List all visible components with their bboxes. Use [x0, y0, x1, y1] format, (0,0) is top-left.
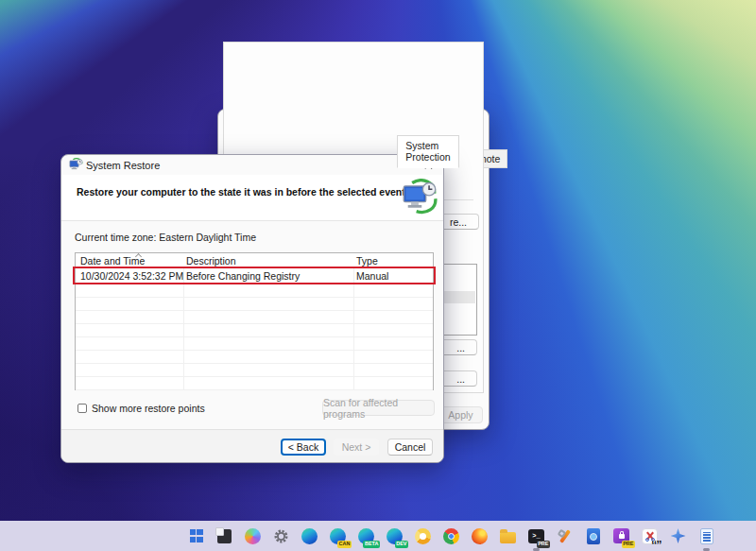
system-restore-icon: [69, 158, 83, 172]
firefox-button[interactable]: [470, 526, 490, 546]
wizard-heading: Restore your computer to the state it wa…: [77, 186, 405, 198]
table-row[interactable]: [76, 364, 433, 377]
edge-canary-button[interactable]: CAN: [328, 526, 348, 546]
restore-points-table[interactable]: Date and Time Description Type 10/30/202…: [75, 252, 434, 390]
file-explorer-button[interactable]: [498, 526, 518, 546]
dev-home-icon: [587, 528, 600, 544]
powertoys-icon: [557, 528, 573, 544]
dev-badge: DEV: [395, 541, 408, 548]
tab-system-protection[interactable]: System Protection: [397, 135, 458, 168]
table-row[interactable]: [76, 337, 433, 351]
back-button[interactable]: < Back: [281, 439, 326, 456]
snipping-tool-button[interactable]: [640, 526, 660, 546]
task-view-icon: [217, 529, 232, 543]
terminal-button[interactable]: >_ PRE: [526, 526, 546, 546]
beta-badge: BETA: [363, 541, 380, 548]
edge-beta-button[interactable]: BETA: [356, 526, 376, 546]
sparkle-icon: [671, 528, 686, 543]
firefox-icon: [472, 528, 488, 544]
table-row[interactable]: [76, 284, 433, 298]
show-more-checkbox[interactable]: [77, 404, 87, 413]
sort-ascending-icon: [136, 252, 142, 258]
table-row[interactable]: [76, 311, 433, 324]
table-row[interactable]: [76, 377, 433, 390]
copilot-button[interactable]: [243, 526, 263, 546]
system-restore-large-icon: [402, 179, 438, 215]
wizard-footer: < Back Next > Cancel: [61, 429, 443, 462]
chrome-button[interactable]: [441, 526, 461, 546]
table-row[interactable]: [76, 324, 433, 337]
table-header: Date and Time Description Type: [76, 253, 433, 267]
notepad-button[interactable]: [696, 526, 716, 546]
edge-button[interactable]: [300, 526, 319, 546]
chrome-icon: [443, 528, 459, 544]
wizard-header: Restore your computer to the state it wa…: [61, 175, 443, 221]
start-button[interactable]: [186, 526, 206, 546]
powertoys-button[interactable]: [555, 526, 575, 546]
terminal-pre-badge: PRE: [537, 541, 550, 548]
files-pre-badge: PRE: [622, 541, 635, 548]
edge-icon: [301, 528, 318, 544]
system-restore-window: System Restore Restore your computer to …: [60, 154, 444, 463]
gear-icon: [273, 528, 289, 544]
canary-badge: CAN: [337, 541, 352, 548]
cancel-button[interactable]: Cancel: [387, 439, 433, 456]
copilot-icon: [245, 528, 261, 544]
chrome-canary-icon: [415, 528, 431, 544]
desktop-wallpaper: System Properties Computer Name Hardware…: [0, 0, 756, 551]
column-header-type[interactable]: Type: [356, 255, 378, 267]
table-row[interactable]: [76, 298, 433, 311]
scan-affected-programs-button[interactable]: Scan for affected programs: [322, 400, 435, 416]
files-app-button[interactable]: PRE: [611, 526, 631, 546]
running-indicator: [703, 548, 710, 551]
system-restore-title: System Restore: [86, 160, 160, 171]
taskbar-icons: CAN BETA DEV >_: [186, 521, 716, 551]
system-restore-titlebar[interactable]: System Restore: [61, 155, 443, 175]
windows-logo-icon: [190, 529, 203, 542]
table-row[interactable]: [76, 351, 433, 364]
copilot-sparkle-button[interactable]: [668, 526, 688, 546]
folder-icon: [500, 532, 516, 543]
dev-home-button[interactable]: [583, 526, 603, 546]
show-more-restore-points[interactable]: Show more restore points: [77, 403, 205, 414]
timezone-label: Current time zone: Eastern Daylight Time: [75, 232, 256, 243]
apply-button[interactable]: Apply: [438, 406, 483, 423]
show-more-label: Show more restore points: [92, 403, 205, 414]
taskbar: CAN BETA DEV >_: [0, 521, 756, 551]
running-indicator: [533, 548, 540, 551]
settings-button[interactable]: [271, 526, 291, 546]
highlight-annotation: [73, 267, 436, 284]
notepad-icon: [700, 528, 713, 544]
chrome-canary-button[interactable]: [413, 526, 433, 546]
column-header-description[interactable]: Description: [186, 255, 236, 267]
edge-dev-button[interactable]: DEV: [385, 526, 404, 546]
next-button[interactable]: Next >: [334, 439, 379, 456]
task-view-button[interactable]: [215, 526, 234, 546]
scissors-icon: [642, 528, 658, 544]
